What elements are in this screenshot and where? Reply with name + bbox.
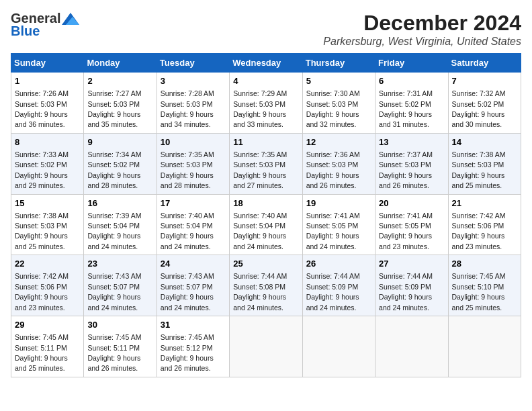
calendar-cell: 23Sunrise: 7:43 AMSunset: 5:07 PMDayligh… xyxy=(84,255,157,316)
cell-info-line: Sunset: 5:06 PM xyxy=(452,222,504,230)
cell-info-line: Sunset: 5:03 PM xyxy=(87,100,140,108)
cell-info-line: and 25 minutes. xyxy=(452,181,502,189)
cell-info-line: Sunset: 5:11 PM xyxy=(15,344,67,352)
cell-info-line: Sunset: 5:10 PM xyxy=(452,283,504,291)
calendar-week-row: 29Sunrise: 7:45 AMSunset: 5:11 PMDayligh… xyxy=(11,316,521,377)
cell-info-line: Sunrise: 7:45 AM xyxy=(161,333,214,341)
cell-info-line: Daylight: 9 hours xyxy=(452,293,505,301)
cell-info-line: Sunset: 5:03 PM xyxy=(233,100,285,108)
cell-info-line: Sunrise: 7:40 AM xyxy=(161,212,214,220)
cell-info-line: Sunset: 5:03 PM xyxy=(161,100,213,108)
cell-info-line: Sunrise: 7:44 AM xyxy=(233,272,287,280)
page-header: General Blue December 2024 Parkersburg, … xyxy=(11,11,521,48)
cell-info-line: Sunset: 5:09 PM xyxy=(306,283,359,291)
cell-info-line: Daylight: 9 hours xyxy=(306,293,359,301)
cell-info-line: Daylight: 9 hours xyxy=(233,293,286,301)
cell-info-line: Sunrise: 7:35 AM xyxy=(161,150,214,158)
cell-info-line: Sunrise: 7:44 AM xyxy=(306,272,360,280)
cell-info-line: Sunrise: 7:43 AM xyxy=(161,272,214,280)
cell-info-line: Sunrise: 7:35 AM xyxy=(233,150,287,158)
cell-info-line: Sunset: 5:02 PM xyxy=(452,100,504,108)
cell-info-line: Sunset: 5:09 PM xyxy=(379,283,431,291)
day-number: 1 xyxy=(15,75,80,87)
cell-info-line: Sunrise: 7:34 AM xyxy=(87,150,141,158)
day-number: 18 xyxy=(233,197,298,210)
day-number: 12 xyxy=(306,136,371,148)
cell-info-line: and 33 minutes. xyxy=(233,120,283,128)
cell-info-line: and 28 minutes. xyxy=(87,181,138,189)
cell-info-line: and 24 minutes. xyxy=(233,304,283,312)
cell-info-line: Sunset: 5:05 PM xyxy=(379,222,431,230)
cell-info-line: and 26 minutes. xyxy=(379,181,429,189)
cell-info-line: Sunrise: 7:42 AM xyxy=(452,212,506,220)
cell-info-line: Daylight: 9 hours xyxy=(379,171,432,179)
title-area: December 2024 Parkersburg, West Virginia… xyxy=(323,11,521,48)
cell-info-line: and 23 minutes. xyxy=(452,242,502,250)
cell-info-line: Daylight: 9 hours xyxy=(15,171,68,179)
cell-info-line: and 26 minutes. xyxy=(306,181,357,189)
cell-info-line: and 31 minutes. xyxy=(379,120,429,128)
calendar-week-row: 1Sunrise: 7:26 AMSunset: 5:03 PMDaylight… xyxy=(11,73,521,134)
day-number: 19 xyxy=(306,197,371,210)
day-number: 14 xyxy=(452,136,517,148)
day-number: 15 xyxy=(15,197,80,210)
cell-info-line: and 23 minutes. xyxy=(15,304,65,312)
cell-info-line: Sunset: 5:04 PM xyxy=(161,222,213,230)
cell-info-line: Daylight: 9 hours xyxy=(452,232,505,240)
header-sunday: Sunday xyxy=(11,54,84,73)
cell-info-line: Sunset: 5:07 PM xyxy=(161,283,213,291)
day-number: 25 xyxy=(233,258,298,270)
day-number: 7 xyxy=(452,75,517,87)
calendar-table: SundayMondayTuesdayWednesdayThursdayFrid… xyxy=(11,53,521,377)
cell-info-line: Sunset: 5:02 PM xyxy=(379,100,431,108)
day-number: 11 xyxy=(233,136,298,148)
cell-info-line: Sunrise: 7:43 AM xyxy=(87,272,141,280)
calendar-week-row: 22Sunrise: 7:42 AMSunset: 5:06 PMDayligh… xyxy=(11,255,521,316)
cell-info-line: and 34 minutes. xyxy=(161,120,211,128)
cell-info-line: Sunset: 5:03 PM xyxy=(233,161,285,169)
month-title: December 2024 xyxy=(323,11,521,36)
cell-info-line: Sunset: 5:03 PM xyxy=(452,161,504,169)
cell-info-line: Daylight: 9 hours xyxy=(452,110,505,118)
cell-info-line: Sunrise: 7:45 AM xyxy=(87,333,141,341)
cell-info-line: Daylight: 9 hours xyxy=(87,171,140,179)
cell-info-line: and 24 minutes. xyxy=(161,242,211,250)
cell-info-line: Sunrise: 7:41 AM xyxy=(306,212,360,220)
header-saturday: Saturday xyxy=(448,54,521,73)
day-number: 22 xyxy=(15,258,80,270)
day-number: 9 xyxy=(87,136,152,148)
day-number: 13 xyxy=(379,136,444,148)
cell-info-line: Daylight: 9 hours xyxy=(233,110,286,118)
cell-info-line: Sunrise: 7:33 AM xyxy=(15,150,69,158)
cell-info-line: and 30 minutes. xyxy=(452,120,502,128)
cell-info-line: and 27 minutes. xyxy=(233,181,283,189)
day-number: 23 xyxy=(87,258,152,270)
day-number: 16 xyxy=(87,197,152,210)
cell-info-line: Sunrise: 7:42 AM xyxy=(15,272,69,280)
calendar-cell xyxy=(230,316,302,377)
cell-info-line: and 24 minutes. xyxy=(379,304,429,312)
calendar-cell: 29Sunrise: 7:45 AMSunset: 5:11 PMDayligh… xyxy=(11,316,84,377)
cell-info-line: Sunrise: 7:38 AM xyxy=(452,150,506,158)
day-number: 8 xyxy=(15,136,80,148)
cell-info-line: and 24 minutes. xyxy=(161,304,211,312)
calendar-cell: 16Sunrise: 7:39 AMSunset: 5:04 PMDayligh… xyxy=(84,194,157,255)
calendar-cell: 22Sunrise: 7:42 AMSunset: 5:06 PMDayligh… xyxy=(11,255,84,316)
cell-info-line: and 24 minutes. xyxy=(87,304,138,312)
day-number: 10 xyxy=(161,136,226,148)
cell-info-line: Daylight: 9 hours xyxy=(306,232,359,240)
day-number: 20 xyxy=(379,197,444,210)
cell-info-line: Sunset: 5:02 PM xyxy=(15,161,67,169)
cell-info-line: Sunset: 5:05 PM xyxy=(306,222,359,230)
header-wednesday: Wednesday xyxy=(230,54,302,73)
calendar-header-row: SundayMondayTuesdayWednesdayThursdayFrid… xyxy=(11,54,521,73)
cell-info-line: Daylight: 9 hours xyxy=(15,293,68,301)
cell-info-line: and 25 minutes. xyxy=(452,304,502,312)
cell-info-line: Daylight: 9 hours xyxy=(161,171,214,179)
cell-info-line: Sunrise: 7:40 AM xyxy=(233,212,287,220)
cell-info-line: Sunset: 5:06 PM xyxy=(15,283,67,291)
cell-info-line: Daylight: 9 hours xyxy=(161,293,214,301)
calendar-cell: 7Sunrise: 7:32 AMSunset: 5:02 PMDaylight… xyxy=(448,73,521,134)
cell-info-line: Sunset: 5:03 PM xyxy=(306,161,359,169)
cell-info-line: Sunset: 5:08 PM xyxy=(233,283,285,291)
